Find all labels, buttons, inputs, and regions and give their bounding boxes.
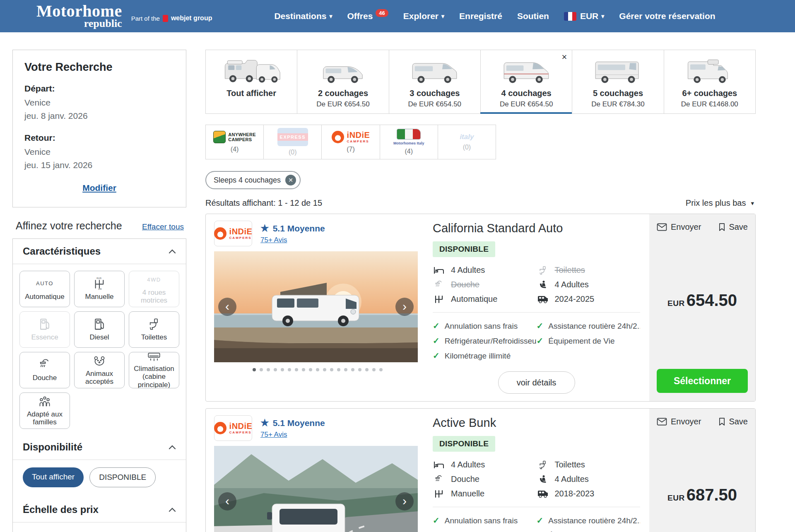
carousel-dot[interactable]: [302, 368, 305, 371]
carousel-dot[interactable]: [316, 368, 319, 371]
caret-down-icon: ▾: [329, 13, 332, 19]
category-tab-2-couchages[interactable]: 2 couchages De EUR €654.50: [297, 50, 389, 114]
filter-diesel[interactable]: Diesel: [74, 311, 125, 348]
carousel-dot[interactable]: [295, 368, 298, 371]
availability-option-tout-afficher[interactable]: Tout afficher: [23, 467, 84, 487]
close-icon[interactable]: ×: [561, 53, 567, 62]
sort-dropdown[interactable]: Prix les plus bas ▾: [686, 198, 754, 208]
category-tab-3-couchages[interactable]: 3 couchages De EUR €654.50: [389, 50, 481, 114]
indie-campers-logo-icon: iNDiE CAMPERS: [214, 422, 253, 434]
supplier-filter-italy[interactable]: italy (0): [438, 125, 496, 159]
save-button[interactable]: Save: [719, 222, 748, 232]
carousel-dot[interactable]: [253, 368, 256, 371]
nav-item-label: Soutien: [517, 11, 549, 21]
nav-item-gerer-votre-reservation[interactable]: Gérer votre réservation: [619, 11, 715, 21]
send-button[interactable]: Envoyer: [657, 222, 701, 232]
remove-filter-icon[interactable]: ✕: [285, 175, 296, 185]
price-range: 650 2652: [13, 522, 186, 532]
sort-selected: Prix les plus bas: [686, 198, 746, 208]
listing-card: iNDiE CAMPERS ★ 5.1 Moyenne 75+ Avis: [205, 408, 756, 532]
auto-text-icon: AUTO: [36, 277, 53, 290]
availability-badge: DISPONIBLE: [433, 241, 495, 257]
main-nav: Destinations ▾ Offres 46 Explorer ▾ Enre…: [274, 11, 715, 21]
active-filter-chip[interactable]: Sleeps 4 couchages ✕: [205, 171, 301, 189]
supplier-filter-motorhomes-italy[interactable]: Motorhomes Italy (4): [380, 125, 438, 159]
reviews-link[interactable]: 75+ Avis: [260, 431, 287, 439]
partner-brand: webjet group: [171, 14, 212, 22]
supplier-filter-indie-campers[interactable]: iNDiECAMPERS (7): [321, 125, 380, 159]
nav-item-label: EUR: [580, 11, 598, 21]
section-header-characteristics[interactable]: Caractéristiques: [13, 239, 186, 264]
carousel-prev-button[interactable]: ‹: [218, 298, 236, 316]
carousel-dot[interactable]: [281, 368, 284, 371]
carousel-dot[interactable]: [358, 368, 361, 371]
carousel-dot[interactable]: [274, 368, 277, 371]
filter-4-roues-motrices[interactable]: 4WD 4 roues motrices: [129, 271, 179, 307]
filter-animaux-acceptes[interactable]: Animaux acceptés: [74, 352, 125, 388]
supplier-filter-express[interactable]: EXPRESS (0): [263, 125, 322, 159]
filter-toilettes[interactable]: Toilettes: [129, 311, 179, 348]
filter-adapte-aux-familles[interactable]: Adapté aux familles: [19, 392, 70, 429]
carousel-dot[interactable]: [267, 368, 270, 371]
carousel-dot[interactable]: [365, 368, 369, 371]
select-button[interactable]: Sélectionner: [657, 369, 748, 393]
seatbelt-icon: [537, 280, 549, 289]
carousel-dot[interactable]: [351, 368, 354, 371]
modify-search-link[interactable]: Modifier: [24, 183, 174, 193]
carousel-next-button[interactable]: ›: [395, 298, 414, 316]
carousel-prev-button[interactable]: ‹: [218, 492, 236, 510]
filter-climatisation-cabine-principale[interactable]: Climatisation (cabine principale): [129, 352, 179, 388]
feature-item: ✓ Réfrigérateur/Refroidisseur: [433, 530, 537, 532]
carousel-dot[interactable]: [379, 368, 383, 371]
retour-group: Retour: Venice jeu. 15 janv. 2026: [24, 133, 174, 171]
check-icon: ✓: [433, 530, 440, 532]
category-tab-4-couchages[interactable]: × 4 couchages De EUR €654.50: [480, 50, 572, 114]
carousel-dot[interactable]: [323, 368, 326, 371]
view-details-button[interactable]: voir détails: [498, 371, 575, 394]
results-main: Tout afficher 2 couchages De EUR €654.50…: [205, 50, 756, 532]
category-tab-tout-afficher[interactable]: Tout afficher: [205, 50, 297, 114]
carousel-next-button[interactable]: ›: [395, 492, 414, 510]
availability-option-disponible[interactable]: DISPONIBLE: [89, 467, 156, 487]
nav-item-enregistre[interactable]: Enregistré: [459, 11, 502, 21]
spec-gearbox: Manuelle: [433, 489, 537, 498]
carousel-dot[interactable]: [344, 368, 347, 371]
carousel-dot[interactable]: [372, 368, 376, 371]
carousel-dot[interactable]: [288, 368, 291, 371]
nav-item-destinations[interactable]: Destinations ▾: [274, 11, 332, 21]
category-tab-6-couchages[interactable]: 6+ couchages De EUR €1468.00: [664, 50, 756, 114]
nav-item-explorer[interactable]: Explorer ▾: [403, 11, 444, 21]
section-header-price-scale[interactable]: Échelle des prix: [13, 497, 186, 522]
nav-item-soutien[interactable]: Soutien: [517, 11, 549, 21]
results-label: Résultats affichant:: [205, 198, 276, 207]
supplier-filter-anywhere-campers[interactable]: ANYWHERECAMPERS (4): [205, 125, 264, 159]
filter-essence[interactable]: Essence: [19, 311, 70, 348]
nav-item-eur[interactable]: EUR ▾: [564, 11, 604, 21]
carousel-dot[interactable]: [260, 368, 263, 371]
section-header-availability[interactable]: Disponibilité: [13, 435, 186, 460]
reviews-link[interactable]: 75+ Avis: [260, 236, 287, 244]
retour-label: Retour:: [24, 133, 174, 143]
chevron-up-icon: [169, 445, 176, 450]
category-tabs: Tout afficher 2 couchages De EUR €654.50…: [205, 50, 756, 114]
offers-count-badge: 46: [376, 9, 388, 17]
toilet-icon: [537, 460, 549, 469]
carousel-dot[interactable]: [337, 368, 340, 371]
category-tab-5-couchages[interactable]: 5 couchages De EUR €784.30: [572, 50, 664, 114]
feature-item: ✓ Annulation sans frais: [433, 515, 537, 525]
availability-badge: DISPONIBLE: [433, 436, 495, 452]
results-count: Résultats affichant: 1 - 12 de 15: [205, 198, 322, 208]
send-button[interactable]: Envoyer: [657, 417, 701, 426]
filter-automatique[interactable]: AUTO Automatique: [19, 271, 70, 307]
clear-all-link[interactable]: Effacer tous: [142, 222, 184, 231]
carousel-dot[interactable]: [309, 368, 312, 371]
carousel-dot[interactable]: [330, 368, 333, 371]
filter-douche[interactable]: Douche: [19, 352, 70, 388]
search-summary-box: Votre Recherche Départ: Venice jeu. 8 ja…: [12, 50, 186, 207]
save-button[interactable]: Save: [719, 417, 748, 426]
depart-label: Départ:: [24, 84, 174, 94]
filter-manuelle[interactable]: R135246 Manuelle: [74, 271, 125, 307]
nav-item-offres[interactable]: Offres 46: [347, 11, 388, 21]
star-icon: ★: [260, 417, 269, 428]
motorhome-republic-logo[interactable]: Motorhome republic: [36, 4, 122, 29]
